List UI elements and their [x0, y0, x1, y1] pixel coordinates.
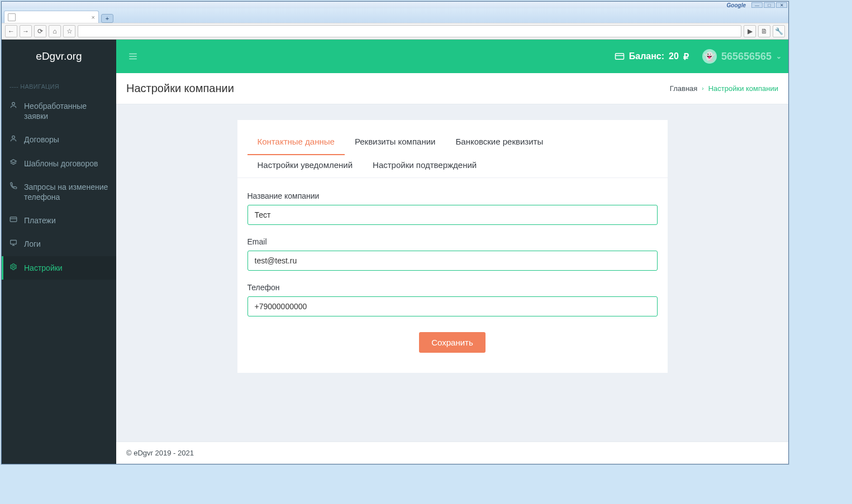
sidebar-item-phone-requests[interactable]: Запросы на изменение телефона	[2, 175, 116, 209]
window-minimize-button[interactable]: —	[751, 2, 763, 8]
browser-window: Google — □ ✕ × + ← → ⟳ ⌂ ☆ ▶ 🗎 🔧 eDgvr.o…	[1, 1, 789, 464]
window-titlebar: Google — □ ✕	[2, 2, 788, 8]
app-container: eDgvr.org ---- НАВИГАЦИЯ Необработанные …	[2, 40, 788, 464]
browser-tab[interactable]: ×	[4, 11, 99, 23]
svg-rect-4	[11, 241, 17, 244]
sidebar-item-label: Платежи	[24, 215, 108, 225]
form-actions: Сохранить	[247, 332, 658, 353]
user-menu[interactable]: 👻 565656565 ⌄	[702, 49, 782, 64]
user-icon	[9, 135, 18, 142]
sidebar: eDgvr.org ---- НАВИГАЦИЯ Необработанные …	[2, 40, 116, 464]
topbar: Баланс: 20 ₽ 👻 565656565 ⌄	[116, 40, 788, 73]
settings-menu-button[interactable]: 🔧	[773, 25, 785, 37]
breadcrumb: Главная › Настройки компании	[670, 84, 778, 93]
tab-confirmation-settings[interactable]: Настройки подтверждений	[363, 155, 487, 177]
brand-logo[interactable]: eDgvr.org	[2, 40, 116, 73]
breadcrumb-current: Настройки компании	[708, 84, 778, 93]
back-button[interactable]: ←	[5, 25, 17, 37]
currency-symbol: ₽	[683, 51, 689, 62]
home-button[interactable]: ⌂	[49, 25, 61, 37]
content-area: Контактные данные Реквизиты компании Бан…	[116, 104, 788, 441]
sidebar-item-label: Логи	[24, 239, 108, 249]
tab-close-icon[interactable]: ×	[92, 14, 95, 21]
company-name-field: Название компании	[247, 191, 658, 225]
tabs: Контактные данные Реквизиты компании Бан…	[237, 131, 668, 178]
phone-input[interactable]	[247, 296, 658, 316]
sidebar-item-label: Настройки	[24, 263, 108, 273]
svg-point-0	[12, 102, 15, 105]
breadcrumb-separator-icon: ›	[702, 85, 703, 92]
email-label: Email	[247, 237, 658, 246]
sidebar-item-label: Необработанные заявки	[24, 101, 108, 121]
contact-form: Название компании Email Телефон Сох	[237, 178, 668, 353]
sidebar-item-settings[interactable]: Настройки	[2, 256, 116, 280]
main-area: Баланс: 20 ₽ 👻 565656565 ⌄ Настройки ком…	[116, 40, 788, 464]
page-icon	[8, 13, 16, 21]
footer: © eDgvr 2019 - 2021	[116, 441, 788, 464]
company-name-input[interactable]	[247, 205, 658, 225]
gear-icon	[9, 263, 18, 271]
sidebar-item-logs[interactable]: Логи	[2, 232, 116, 256]
forward-button[interactable]: →	[20, 25, 32, 37]
settings-card: Контактные данные Реквизиты компании Бан…	[237, 120, 668, 373]
window-close-button[interactable]: ✕	[776, 2, 787, 8]
sidebar-item-contracts[interactable]: Договоры	[2, 128, 116, 151]
email-field: Email	[247, 237, 658, 271]
browser-tabstrip: × +	[2, 8, 788, 23]
svg-rect-11	[615, 54, 623, 60]
tab-contact-details[interactable]: Контактные данные	[247, 131, 345, 155]
sidebar-item-templates[interactable]: Шаблоны договоров	[2, 152, 116, 175]
tab-notification-settings[interactable]: Настройки уведомлений	[247, 155, 363, 177]
company-name-label: Название компании	[247, 191, 658, 200]
page-menu-button[interactable]: 🗎	[758, 25, 770, 37]
avatar: 👻	[702, 49, 717, 64]
phone-field: Телефон	[247, 283, 658, 316]
username: 565656565	[721, 51, 772, 63]
chevron-down-icon: ⌄	[776, 52, 782, 60]
sidebar-item-label: Договоры	[24, 135, 108, 145]
sidebar-item-label: Запросы на изменение телефона	[24, 182, 108, 202]
nav-section-header: ---- НАВИГАЦИЯ	[2, 73, 116, 94]
stack-icon	[9, 159, 18, 166]
reload-button[interactable]: ⟳	[34, 25, 46, 37]
bookmark-button[interactable]: ☆	[63, 25, 75, 37]
page-header: Настройки компании Главная › Настройки к…	[116, 73, 788, 104]
sidebar-item-requests[interactable]: Необработанные заявки	[2, 94, 116, 128]
balance-display: Баланс: 20 ₽	[615, 51, 689, 62]
save-button[interactable]: Сохранить	[419, 332, 486, 353]
svg-point-7	[12, 266, 15, 268]
go-button[interactable]: ▶	[744, 25, 756, 37]
balance-label: Баланс:	[629, 51, 664, 61]
tab-company-requisites[interactable]: Реквизиты компании	[345, 131, 446, 155]
tab-bank-requisites[interactable]: Банковские реквизиты	[445, 131, 553, 155]
breadcrumb-home[interactable]: Главная	[670, 84, 697, 93]
url-bar[interactable]	[78, 25, 741, 37]
monitor-icon	[9, 239, 18, 247]
page-title: Настройки компании	[126, 82, 234, 95]
titlebar-search-brand: Google	[727, 2, 746, 8]
svg-rect-2	[10, 217, 17, 222]
browser-toolbar: ← → ⟳ ⌂ ☆ ▶ 🗎 🔧	[2, 23, 788, 40]
sidebar-item-label: Шаблоны договоров	[24, 159, 108, 169]
phone-icon	[9, 182, 18, 190]
menu-toggle-button[interactable]	[123, 46, 143, 66]
card-icon	[9, 215, 18, 223]
svg-point-1	[12, 136, 15, 139]
window-maximize-button[interactable]: □	[764, 2, 775, 8]
sidebar-item-payments[interactable]: Платежи	[2, 209, 116, 232]
email-input[interactable]	[247, 251, 658, 271]
phone-label: Телефон	[247, 283, 658, 292]
balance-value: 20	[669, 51, 679, 61]
card-icon	[615, 51, 625, 61]
footer-text: © eDgvr 2019 - 2021	[126, 449, 194, 457]
user-icon	[9, 101, 18, 109]
new-tab-button[interactable]: +	[101, 14, 113, 23]
